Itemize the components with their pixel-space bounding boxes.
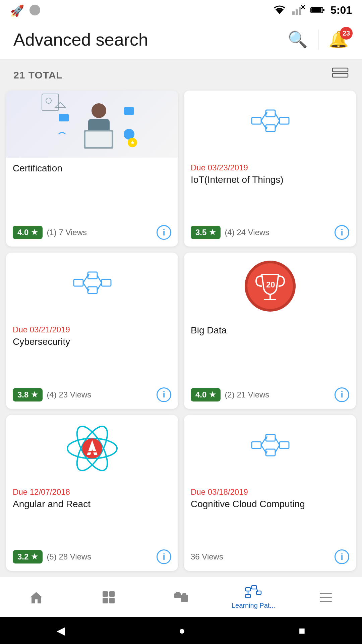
nav-item-folders[interactable] <box>145 590 217 605</box>
wifi-icon <box>273 5 286 15</box>
search-icon[interactable]: 🔍 <box>288 30 308 49</box>
svg-rect-83 <box>320 597 332 598</box>
course-icon-area <box>184 91 356 158</box>
courses-grid: ★ Certification 4.0 ★ (1) 7 Views i <box>0 91 362 577</box>
rating-value: 4.0 <box>17 228 28 237</box>
home-button[interactable]: ● <box>179 625 185 637</box>
bottom-nav: Learning Pat... <box>0 577 362 617</box>
course-card-certification[interactable]: ★ Certification 4.0 ★ (1) 7 Views i <box>6 91 178 247</box>
course-card-cloud[interactable]: Due 03/18/2019 Cognitive Cloud Computing… <box>184 415 356 571</box>
svg-rect-37 <box>88 287 97 293</box>
status-icons-right: 5:01 <box>273 4 352 16</box>
svg-rect-12 <box>333 73 348 77</box>
svg-rect-3 <box>292 11 295 15</box>
svg-rect-27 <box>266 125 275 131</box>
nav-item-home[interactable] <box>0 590 72 605</box>
course-card-cybersecurity[interactable]: Due 03/21/2019 Cybersecurity 3.8 ★ (4) 2… <box>6 253 178 409</box>
svg-rect-82 <box>320 593 332 594</box>
footer-left: 3.5 ★ (4) 24 Views <box>191 226 269 239</box>
info-button[interactable]: i <box>157 225 171 240</box>
status-icons-left: 🚀 <box>10 3 42 17</box>
rating-value: 3.8 <box>17 390 28 399</box>
rocket-icon: 🚀 <box>10 3 23 17</box>
star-icon: ★ <box>31 390 38 399</box>
footer-left: 4.0 ★ (2) 21 Views <box>191 388 269 401</box>
info-button[interactable]: i <box>335 387 349 402</box>
rating-badge: 3.5 ★ <box>191 226 221 239</box>
learning-nav-icon <box>244 585 262 600</box>
course-title: Cybersecurity <box>13 336 171 380</box>
svg-rect-25 <box>252 117 261 124</box>
course-card-bigdata[interactable]: 20 Big Data 4.0 ★ (2) 21 Views i <box>184 253 356 409</box>
layout-toggle-icon[interactable] <box>332 67 349 83</box>
svg-line-29 <box>261 113 266 121</box>
svg-rect-28 <box>280 117 289 124</box>
recents-button[interactable]: ■ <box>299 625 305 637</box>
course-icon-area <box>6 253 178 320</box>
svg-point-14 <box>46 98 51 103</box>
svg-rect-26 <box>266 110 275 117</box>
course-card-angular[interactable]: Due 12/07/2018 Angular and React 3.2 ★ (… <box>6 415 178 571</box>
due-date: Due 03/23/2019 <box>191 163 349 172</box>
svg-line-61 <box>261 445 266 452</box>
course-title: IoT(Internet of Things) <box>191 174 349 218</box>
header-divider <box>318 30 318 50</box>
course-content: Due 03/18/2019 Cognitive Cloud Computing <box>184 482 356 546</box>
svg-point-16 <box>92 103 106 118</box>
course-content: Due 12/07/2018 Angular and React <box>6 482 178 546</box>
toolbar: 21 TOTAL <box>0 59 362 91</box>
info-button[interactable]: i <box>335 549 349 564</box>
svg-line-31 <box>275 113 280 121</box>
svg-rect-10 <box>323 9 324 11</box>
svg-rect-69 <box>103 598 108 603</box>
svg-rect-77 <box>256 591 261 594</box>
course-footer: 4.0 ★ (1) 7 Views i <box>6 225 178 240</box>
svg-rect-20 <box>59 114 69 121</box>
rating-badge: 3.2 ★ <box>13 550 43 564</box>
notification-bell[interactable]: 🔔 23 <box>328 30 349 49</box>
svg-rect-21 <box>124 107 134 115</box>
course-title: Cognitive Cloud Computing <box>191 499 349 542</box>
course-content: Due 03/21/2019 Cybersecurity <box>6 320 178 384</box>
rating-badge: 4.0 ★ <box>13 226 43 239</box>
info-button[interactable]: i <box>335 225 349 240</box>
course-icon-area <box>6 415 178 482</box>
info-button[interactable]: i <box>157 549 171 564</box>
svg-line-39 <box>83 275 88 283</box>
grid-nav-icon <box>101 590 116 605</box>
svg-rect-76 <box>252 586 256 589</box>
svg-line-62 <box>275 438 280 445</box>
svg-rect-11 <box>333 68 348 72</box>
svg-text:🚀: 🚀 <box>10 4 23 17</box>
svg-rect-71 <box>174 593 181 598</box>
nav-item-learning[interactable]: Learning Pat... <box>217 585 290 609</box>
course-icon-area: 20 <box>184 253 356 320</box>
svg-line-41 <box>97 275 102 283</box>
course-card-iot[interactable]: Due 03/23/2019 IoT(Internet of Things) 3… <box>184 91 356 247</box>
star-icon: ★ <box>209 390 216 399</box>
page-title: Advanced search <box>13 30 148 50</box>
nav-item-grid[interactable] <box>72 590 145 605</box>
home-nav-icon <box>29 590 44 605</box>
svg-point-1 <box>29 5 40 15</box>
back-button[interactable]: ◀ <box>57 624 65 637</box>
menu-nav-icon <box>318 590 333 605</box>
nav-item-menu[interactable] <box>290 590 362 605</box>
header: Advanced search 🔍 🔔 23 <box>0 20 362 59</box>
total-label: 21 TOTAL <box>13 69 63 81</box>
folders-nav-icon <box>174 590 188 605</box>
course-title: Certification <box>13 163 171 218</box>
course-footer: 3.8 ★ (4) 23 Views i <box>6 387 178 402</box>
course-title: Big Data <box>191 325 349 380</box>
svg-rect-72 <box>176 592 180 594</box>
info-button[interactable]: i <box>157 387 171 402</box>
views-text: 36 Views <box>191 552 223 561</box>
star-icon: ★ <box>209 228 216 237</box>
rating-value: 3.5 <box>195 228 206 237</box>
course-title: Angular and React <box>13 499 171 542</box>
svg-marker-15 <box>55 102 65 107</box>
due-date: Due 03/21/2019 <box>13 325 171 334</box>
battery-icon <box>310 6 325 14</box>
svg-rect-4 <box>296 9 298 15</box>
svg-rect-70 <box>109 598 115 603</box>
